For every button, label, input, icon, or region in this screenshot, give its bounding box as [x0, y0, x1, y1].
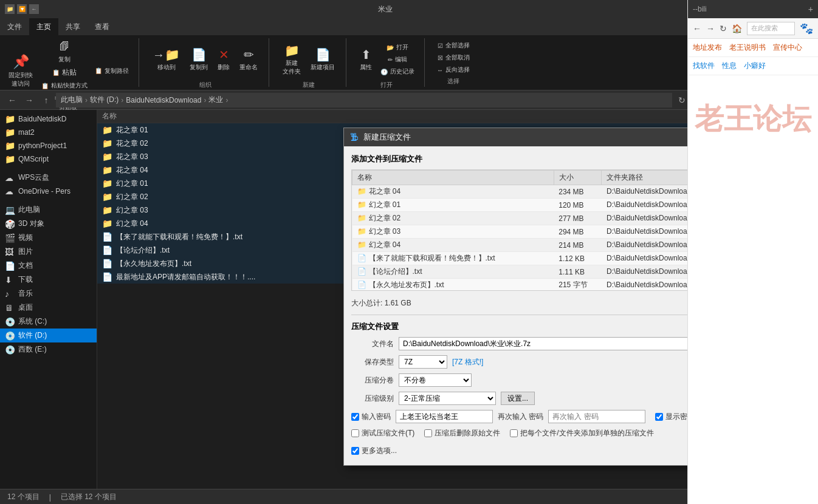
single-check[interactable]: 把每个文件/文件夹添加到单独的压缩文件	[510, 428, 653, 438]
new-folder-button[interactable]: 📁 新建文件夹	[279, 38, 304, 81]
password-checkbox[interactable]	[351, 413, 359, 421]
sidebar-item-baidunetdisk[interactable]: 📁 BaiduNetdiskD	[0, 112, 97, 126]
edit-button[interactable]: ✏ 编辑	[378, 54, 417, 65]
sidebar-item-qmscript[interactable]: 📁 QMScript	[0, 152, 97, 166]
properties-label: 属性	[360, 63, 372, 72]
properties-button[interactable]: ⬆ 属性	[356, 38, 376, 81]
breadcrumb[interactable]: 此电脑 › 软件 (D:) › BaiduNetdiskDownload › 米…	[56, 93, 672, 107]
paste-shortcut-button[interactable]: 📋 粘贴快捷方式	[39, 80, 90, 91]
sidebar-item-pythonproject[interactable]: 📁 pythonProject1	[0, 139, 97, 152]
breadcrumb-drive[interactable]: 软件 (D:)	[90, 95, 119, 105]
pin-to-quick-access-button[interactable]: 📌 固定到快速访问	[5, 50, 36, 92]
cell-name: 📁幻之章 03	[352, 225, 554, 239]
link-manual[interactable]: 老王说明书	[729, 43, 766, 53]
drive-e-icon: 💿	[5, 345, 15, 355]
deselect-all-button[interactable]: ☒ 全部取消	[435, 52, 472, 63]
downloads-icon: ⬇	[5, 275, 15, 285]
forward-button[interactable]: →	[22, 93, 36, 107]
sidebar-item-mat2[interactable]: 📁 mat2	[0, 126, 97, 139]
app-icon: 📁	[5, 4, 15, 14]
link-software[interactable]: 找软件	[693, 61, 715, 71]
sidebar-item-wps[interactable]: ☁ WPS云盘	[0, 171, 97, 185]
folder-icon: 📁	[102, 125, 112, 135]
format-link[interactable]: [7Z 格式!]	[452, 357, 483, 367]
sidebar-item-software-d[interactable]: 💿 软件 (D:)	[0, 329, 97, 342]
delete-after-check[interactable]: 压缩后删除原始文件	[424, 428, 500, 438]
more-options-checkbox[interactable]	[351, 447, 359, 455]
rename-button[interactable]: ✏ 重命名	[236, 38, 261, 81]
invert-selection-button[interactable]: ↔ 反向选择	[435, 64, 472, 75]
sidebar-item-3d[interactable]: 🎲 3D 对象	[0, 217, 97, 231]
history-label: 历史记录	[390, 67, 414, 76]
open-button[interactable]: 📂 打开	[378, 42, 417, 53]
sidebar-item-thispc[interactable]: 💻 此电脑	[0, 203, 97, 217]
delete-icon: ✕	[219, 47, 229, 62]
sidebar-item-music[interactable]: ♪ 音乐	[0, 287, 97, 301]
savetype-select[interactable]: 7Z ZIP	[399, 355, 447, 369]
sidebar-item-onedrive[interactable]: ☁ OneDrive - Pers	[0, 185, 97, 198]
properties-icon: ⬆	[361, 47, 371, 62]
breadcrumb-baidu[interactable]: BaiduNetdiskDownload	[126, 96, 201, 104]
copy-to-button[interactable]: 📄 复制到	[186, 38, 211, 81]
organize-items: →📁 移动到 📄 复制到 ✕ 删除 ✏ 重命名	[149, 38, 261, 81]
sidebar-item-wd-e[interactable]: 💿 西数 (E:)	[0, 342, 97, 356]
split-select[interactable]: 不分卷	[399, 373, 472, 387]
more-options-check[interactable]: 更多选项...	[351, 446, 722, 456]
copy-button[interactable]: 🗐 复制	[39, 38, 90, 65]
history-button[interactable]: 🕐 历史记录	[378, 66, 417, 77]
tab-home[interactable]: 主页	[29, 18, 58, 35]
level-select[interactable]: 2-正常压缩	[399, 392, 496, 405]
paste-button[interactable]: 📋 粘贴	[39, 66, 90, 79]
tab-view[interactable]: 查看	[88, 18, 117, 35]
browser-refresh[interactable]: ↻	[720, 24, 727, 33]
delete-after-checkbox[interactable]	[424, 429, 432, 437]
sidebar-item-video[interactable]: 🎬 视频	[0, 231, 97, 245]
pictures-icon: 🖼	[5, 247, 15, 257]
select-all-button[interactable]: ☑ 全部选择	[435, 40, 472, 51]
new-item-button[interactable]: 📄 新建项目	[307, 38, 339, 81]
password-check[interactable]: 输入密码	[351, 412, 391, 422]
test-check[interactable]: 测试压缩文件(T)	[351, 428, 414, 438]
desktop-icon: 🖥	[5, 303, 15, 313]
back-button[interactable]: ←	[5, 93, 19, 107]
up-button[interactable]: ↑	[39, 93, 53, 107]
browser-add-tab[interactable]: +	[808, 4, 813, 14]
sidebar-item-pictures[interactable]: 🖼 图片	[0, 245, 97, 259]
new-group-label: 新建	[303, 81, 315, 90]
folder-icon: 📁	[5, 141, 15, 151]
delete-button[interactable]: ✕ 删除	[214, 38, 233, 81]
sidebar-item-desktop[interactable]: 🖥 桌面	[0, 301, 97, 315]
settings-detail-button[interactable]: 设置...	[501, 392, 535, 405]
tab-file[interactable]: 文件	[0, 18, 29, 35]
tab-share[interactable]: 共享	[58, 18, 88, 35]
link-info[interactable]: 性息	[722, 61, 737, 71]
sidebar-item-docs[interactable]: 📄 文档	[0, 259, 97, 273]
link-promo[interactable]: 宣传中心	[773, 43, 802, 53]
sidebar-item-downloads[interactable]: ⬇ 下载	[0, 273, 97, 287]
browser-forward[interactable]: →	[706, 24, 715, 33]
password-input[interactable]	[396, 410, 493, 423]
move-icon: →📁	[153, 47, 180, 62]
sidebar-item-system-c[interactable]: 💿 系统 (C:)	[0, 315, 97, 329]
browser-address[interactable]: 在此搜索	[747, 22, 795, 35]
browser-back[interactable]: ←	[693, 24, 701, 33]
txt-icon: 📄	[102, 232, 112, 242]
drive-c-icon: 💿	[5, 317, 15, 327]
link-hobby[interactable]: 小癖好	[744, 61, 766, 71]
single-checkbox[interactable]	[510, 429, 518, 437]
folder-icon: 📁	[357, 200, 366, 209]
show-password-checkbox[interactable]	[655, 413, 663, 421]
new-items: 📁 新建文件夹 📄 新建项目	[279, 38, 339, 81]
select-items: ☑ 全部选择 ☒ 全部取消 ↔ 反向选择	[435, 38, 472, 77]
copy-path-button[interactable]: 📋 复制路径	[92, 66, 131, 77]
password-repeat-input[interactable]	[548, 410, 645, 423]
breadcrumb-folder[interactable]: 米业	[208, 95, 223, 105]
select-all-icon: ☑	[438, 43, 443, 49]
folder-icon: 📁	[102, 138, 112, 148]
browser-home[interactable]: 🏠	[732, 24, 742, 33]
move-to-button[interactable]: →📁 移动到	[149, 38, 184, 81]
link-address[interactable]: 地址发布	[693, 43, 722, 53]
folder-icon: 📁	[102, 152, 112, 162]
test-checkbox[interactable]	[351, 429, 359, 437]
breadcrumb-this-pc[interactable]: 此电脑	[61, 95, 83, 105]
